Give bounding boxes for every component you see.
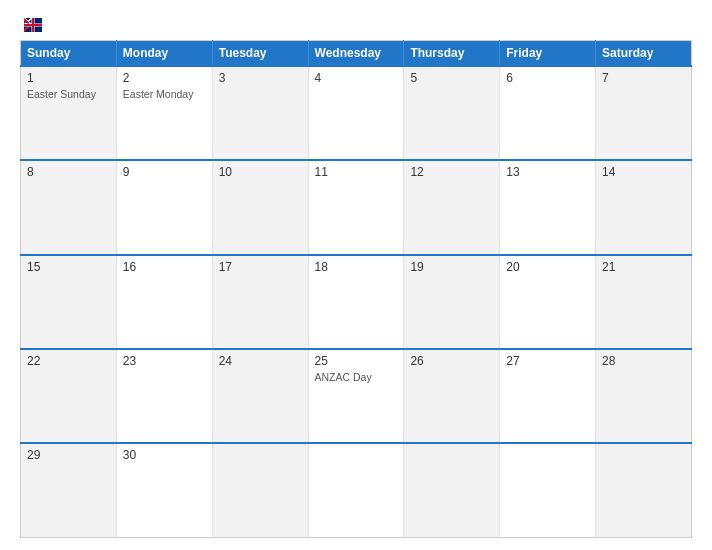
col-saturday: Saturday	[596, 41, 692, 67]
calendar-week-row: 1Easter Sunday2Easter Monday34567	[21, 66, 692, 160]
holiday-label: Easter Sunday	[27, 88, 96, 100]
calendar-cell: 23	[116, 349, 212, 443]
calendar-week-row: 891011121314	[21, 160, 692, 254]
col-thursday: Thursday	[404, 41, 500, 67]
day-number: 11	[315, 165, 398, 179]
calendar-cell: 29	[21, 443, 117, 537]
day-number: 3	[219, 71, 302, 85]
calendar-cell: 11	[308, 160, 404, 254]
day-number: 28	[602, 354, 685, 368]
calendar-cell: 1Easter Sunday	[21, 66, 117, 160]
calendar-cell	[212, 443, 308, 537]
day-number: 17	[219, 260, 302, 274]
calendar-week-row: 2930	[21, 443, 692, 537]
calendar-cell: 22	[21, 349, 117, 443]
calendar-cell	[308, 443, 404, 537]
day-number: 22	[27, 354, 110, 368]
calendar-cell: 2Easter Monday	[116, 66, 212, 160]
calendar-cell	[500, 443, 596, 537]
day-number: 14	[602, 165, 685, 179]
day-number: 26	[410, 354, 493, 368]
day-number: 27	[506, 354, 589, 368]
col-friday: Friday	[500, 41, 596, 67]
calendar-cell: 13	[500, 160, 596, 254]
calendar-cell: 15	[21, 255, 117, 349]
header	[20, 18, 692, 32]
calendar-cell: 7	[596, 66, 692, 160]
col-wednesday: Wednesday	[308, 41, 404, 67]
day-number: 21	[602, 260, 685, 274]
calendar-cell: 24	[212, 349, 308, 443]
calendar-cell: 6	[500, 66, 596, 160]
day-number: 30	[123, 448, 206, 462]
days-header-row: Sunday Monday Tuesday Wednesday Thursday…	[21, 41, 692, 67]
day-number: 6	[506, 71, 589, 85]
day-number: 4	[315, 71, 398, 85]
calendar-cell: 26	[404, 349, 500, 443]
calendar-cell: 4	[308, 66, 404, 160]
calendar-cell: 18	[308, 255, 404, 349]
calendar-cell	[596, 443, 692, 537]
calendar-cell: 17	[212, 255, 308, 349]
day-number: 23	[123, 354, 206, 368]
calendar-cell: 10	[212, 160, 308, 254]
col-sunday: Sunday	[21, 41, 117, 67]
day-number: 20	[506, 260, 589, 274]
calendar-cell: 16	[116, 255, 212, 349]
logo-flag-icon	[24, 18, 42, 32]
day-number: 29	[27, 448, 110, 462]
calendar-cell: 25ANZAC Day	[308, 349, 404, 443]
calendar-cell: 8	[21, 160, 117, 254]
day-number: 25	[315, 354, 398, 368]
calendar-week-row: 15161718192021	[21, 255, 692, 349]
day-number: 19	[410, 260, 493, 274]
calendar-cell: 28	[596, 349, 692, 443]
svg-rect-7	[32, 18, 34, 32]
calendar-cell: 19	[404, 255, 500, 349]
day-number: 16	[123, 260, 206, 274]
holiday-label: ANZAC Day	[315, 371, 372, 383]
calendar-cell: 20	[500, 255, 596, 349]
calendar-table: Sunday Monday Tuesday Wednesday Thursday…	[20, 40, 692, 538]
calendar-cell: 3	[212, 66, 308, 160]
day-number: 15	[27, 260, 110, 274]
day-number: 12	[410, 165, 493, 179]
calendar-week-row: 22232425ANZAC Day262728	[21, 349, 692, 443]
day-number: 24	[219, 354, 302, 368]
day-number: 13	[506, 165, 589, 179]
calendar-cell: 30	[116, 443, 212, 537]
col-tuesday: Tuesday	[212, 41, 308, 67]
calendar-cell	[404, 443, 500, 537]
day-number: 9	[123, 165, 206, 179]
logo	[20, 18, 44, 32]
calendar-cell: 21	[596, 255, 692, 349]
calendar-cell: 27	[500, 349, 596, 443]
calendar-cell: 9	[116, 160, 212, 254]
calendar-cell: 5	[404, 66, 500, 160]
day-number: 1	[27, 71, 110, 85]
calendar-cell: 14	[596, 160, 692, 254]
day-number: 18	[315, 260, 398, 274]
holiday-label: Easter Monday	[123, 88, 194, 100]
page: Sunday Monday Tuesday Wednesday Thursday…	[0, 0, 712, 550]
calendar-cell: 12	[404, 160, 500, 254]
col-monday: Monday	[116, 41, 212, 67]
day-number: 10	[219, 165, 302, 179]
day-number: 2	[123, 71, 206, 85]
day-number: 8	[27, 165, 110, 179]
day-number: 5	[410, 71, 493, 85]
day-number: 7	[602, 71, 685, 85]
